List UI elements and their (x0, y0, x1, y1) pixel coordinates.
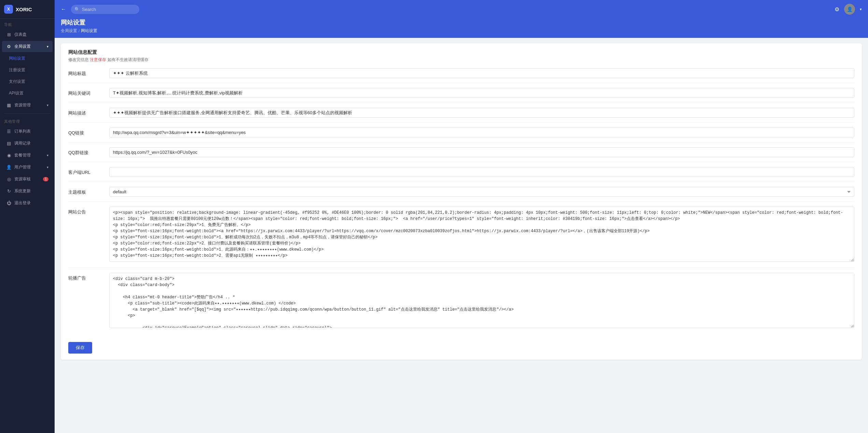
client-url-input[interactable] (109, 167, 854, 177)
section-title: 网站信息配置 (68, 49, 854, 56)
sidebar-item-registration-settings[interactable]: 注册设置 (5, 64, 53, 76)
back-icon: ← (61, 6, 66, 12)
header-actions: ⚙ 👤 ▾ (835, 4, 862, 15)
chevron-right-icon: ▾ (47, 103, 48, 107)
form-row-carousel-ad: 轮播广告 <div class="card m-b-20"> <div clas… (68, 273, 854, 334)
form-row-site-notice: 网站公告 <p><span style="position: relative;… (68, 207, 854, 268)
search-wrapper: 🔍 (71, 5, 139, 14)
chevron-down-icon: ▾ (47, 165, 48, 169)
sidebar-item-label: 注册设置 (9, 67, 25, 73)
field-qq-link (109, 128, 854, 137)
sidebar-item-website-settings[interactable]: 网站设置 (5, 53, 53, 64)
back-button[interactable]: ← (61, 6, 66, 12)
sidebar-item-logout[interactable]: ⏻ 退出登录 (2, 197, 53, 209)
global-settings-submenu: 网站设置 注册设置 支付设置 API设置 (0, 53, 55, 99)
content-card: 网站信息配置 修改完信息 注意保存 如有不生效请清理缓存 网站标题 网站关键词 (61, 43, 862, 360)
save-button[interactable]: 保存 (68, 342, 92, 354)
sidebar-item-label: 资源管理 (14, 102, 31, 108)
call-records-icon: ▤ (6, 141, 12, 146)
label-client-url: 客户端URL (68, 167, 109, 176)
label-site-desc: 网站描述 (68, 108, 109, 116)
field-theme-template: default (109, 187, 854, 197)
logout-icon: ⏻ (6, 200, 12, 206)
form-row-qq-group-link: QQ群链接 (68, 147, 854, 162)
field-site-notice: <p><span style="position: relative;backg… (109, 207, 854, 263)
label-site-title: 网站标题 (68, 68, 109, 77)
logo-icon: X (4, 5, 13, 14)
sidebar-item-label: 支付设置 (9, 79, 25, 85)
site-title-input[interactable] (109, 68, 854, 78)
sidebar-item-api-settings[interactable]: API设置 (5, 88, 53, 99)
avatar[interactable]: 👤 (844, 4, 855, 15)
page-title: 网站设置 (61, 18, 862, 27)
sidebar-divider (4, 113, 51, 114)
sidebar-item-label: 资源审核 (14, 176, 31, 182)
app-name: XORIC (16, 6, 32, 12)
breadcrumb-link-global-settings[interactable]: 全局设置 (61, 28, 77, 34)
avatar-text: 👤 (847, 6, 853, 12)
site-desc-input[interactable] (109, 108, 854, 118)
sidebar-item-dashboard[interactable]: ⊞ 仪表盘 (2, 29, 53, 40)
field-site-keywords (109, 88, 854, 98)
label-carousel-ad: 轮播广告 (68, 273, 109, 281)
sidebar-item-orders[interactable]: ☰ 订单列表 (2, 126, 53, 137)
sidebar-item-user-management[interactable]: 👤 用户管理 ▾ (2, 162, 53, 173)
form-row-theme-template: 主题模板 default (68, 187, 854, 202)
sidebar-item-label: 订单列表 (14, 129, 31, 134)
site-keywords-input[interactable] (109, 88, 854, 98)
breadcrumb-current: 网站设置 (81, 28, 97, 34)
dashboard-icon: ⊞ (6, 32, 12, 38)
theme-template-select[interactable]: default (109, 187, 854, 197)
logo: X XORIC (0, 0, 55, 19)
nav-section-label: 导航 (0, 19, 55, 29)
orders-icon: ☰ (6, 129, 12, 134)
sidebar-item-payment-settings[interactable]: 支付设置 (5, 76, 53, 87)
field-qq-group-link (109, 147, 854, 157)
chevron-down-icon: ▾ (47, 153, 48, 157)
update-icon: ↻ (6, 189, 12, 194)
form-row-site-desc: 网站描述 (68, 108, 854, 123)
qq-link-input[interactable] (109, 128, 854, 137)
sidebar-item-label: 套餐管理 (14, 152, 31, 158)
user-dropdown-button[interactable]: ▾ (860, 7, 862, 12)
sidebar-item-global-settings[interactable]: ⚙ 全局设置 ▾ (2, 41, 53, 52)
field-site-desc (109, 108, 854, 118)
form-row-qq-link: QQ链接 (68, 128, 854, 143)
section-desc: 修改完信息 注意保存 如有不生效请清理缓存 (68, 57, 854, 63)
audit-icon: ◎ (6, 177, 12, 182)
sidebar-item-label: 调用记录 (14, 140, 31, 146)
settings-icon: ⚙ (6, 44, 12, 49)
header: ← 🔍 ⚙ 👤 ▾ (55, 0, 868, 18)
label-qq-link: QQ链接 (68, 128, 109, 136)
label-site-notice: 网站公告 (68, 207, 109, 215)
label-theme-template: 主题模板 (68, 187, 109, 195)
sidebar-item-resource-audit[interactable]: ◎ 资源审核 1 (2, 174, 53, 185)
resource-icon: ▦ (6, 103, 12, 108)
field-client-url (109, 167, 854, 177)
sidebar-item-label: 网站设置 (9, 56, 25, 61)
form-row-site-title: 网站标题 (68, 68, 854, 83)
audit-badge: 1 (43, 177, 48, 181)
sidebar-item-system-update[interactable]: ↻ 系统更新 (2, 185, 53, 197)
user-icon: 👤 (6, 165, 12, 170)
qq-group-link-input[interactable] (109, 147, 854, 157)
sidebar-item-package-management[interactable]: ◉ 套餐管理 ▾ (2, 150, 53, 161)
sidebar: X XORIC 导航 ⊞ 仪表盘 ⚙ 全局设置 ▾ 网站设置 注册设置 支付设置… (0, 0, 55, 433)
chevron-down-icon: ▾ (47, 45, 48, 48)
sidebar-item-label: 用户管理 (14, 164, 31, 170)
form-row-client-url: 客户端URL (68, 167, 854, 182)
field-site-title (109, 68, 854, 78)
form-row-site-keywords: 网站关键词 (68, 88, 854, 103)
carousel-ad-textarea[interactable]: <div class="card m-b-20"> <div class="ca… (109, 273, 854, 328)
breadcrumb: 全局设置 / 网站设置 (61, 28, 862, 34)
field-carousel-ad: <div class="card m-b-20"> <div class="ca… (109, 273, 854, 329)
sidebar-item-resource-management[interactable]: ▦ 资源管理 ▾ (2, 100, 53, 111)
breadcrumb-separator: / (79, 29, 80, 33)
site-notice-textarea[interactable]: <p><span style="position: relative;backg… (109, 207, 854, 262)
sidebar-item-label: API设置 (9, 90, 24, 96)
sidebar-item-call-records[interactable]: ▤ 调用记录 (2, 138, 53, 149)
sub-header: 网站设置 全局设置 / 网站设置 (55, 18, 868, 38)
search-input[interactable] (71, 5, 139, 14)
settings-button[interactable]: ⚙ (835, 6, 839, 13)
chevron-down-icon: ▾ (860, 7, 862, 11)
